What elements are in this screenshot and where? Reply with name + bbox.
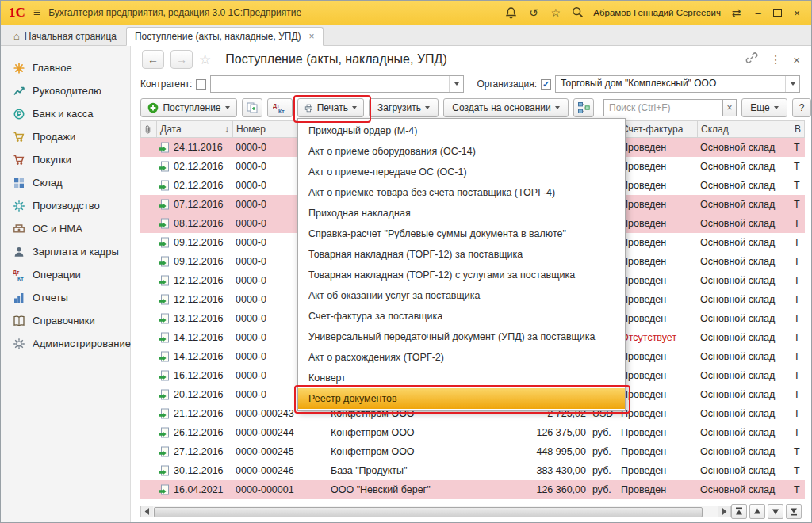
warehouse-cell[interactable]: Основной склад xyxy=(697,484,791,495)
sum-cell[interactable]: 126 360,00 xyxy=(518,484,589,495)
date-cell[interactable]: 16.12.2016 xyxy=(156,370,232,381)
operation-type-cell[interactable]: Т xyxy=(791,199,805,210)
table-row[interactable]: 16.04.20210000-000001ООО "Невский берег"… xyxy=(140,480,805,499)
invoice-cell[interactable]: Проведен xyxy=(618,199,697,210)
related-documents-button[interactable] xyxy=(573,98,594,117)
operation-type-cell[interactable]: Т xyxy=(791,256,805,267)
currency-cell[interactable]: руб. xyxy=(589,465,618,476)
currency-cell[interactable]: руб. xyxy=(589,446,618,457)
operation-type-cell[interactable]: Т xyxy=(791,218,805,229)
date-cell[interactable]: 14.12.2016 xyxy=(156,351,232,362)
search-icon[interactable] xyxy=(571,6,584,20)
go-down-button[interactable] xyxy=(768,504,783,519)
operation-type-cell[interactable]: Т xyxy=(791,389,805,400)
sidebar-item-glavnoe[interactable]: Главное xyxy=(1,56,130,79)
new-receipt-button[interactable]: Поступление xyxy=(140,98,237,117)
counterparty-cell[interactable]: Конфетпром ООО xyxy=(327,446,518,457)
invoice-cell[interactable]: Отсутствует xyxy=(618,332,697,343)
organization-dropdown-icon[interactable] xyxy=(785,76,799,92)
operation-type-cell[interactable]: Т xyxy=(791,484,805,495)
go-up-button[interactable] xyxy=(749,504,765,519)
sidebar-item-bank-i-kassa[interactable]: Банк и касса xyxy=(1,102,130,125)
counterparty-cell[interactable]: ООО "Невский берег" xyxy=(327,484,518,495)
table-row[interactable]: 30.12.20160000-000246База "Продукты"383 … xyxy=(140,461,805,480)
currency-cell[interactable]: руб. xyxy=(589,484,618,495)
back-button[interactable]: ← xyxy=(142,50,164,69)
print-menu-item[interactable]: Приходная накладная xyxy=(298,203,625,223)
warehouse-cell[interactable]: Основной склад xyxy=(697,313,791,324)
operation-type-cell[interactable]: Т xyxy=(791,370,805,381)
invoice-cell[interactable]: Проведен xyxy=(618,256,697,267)
invoice-cell[interactable]: Проведен xyxy=(618,275,697,286)
operation-type-cell[interactable]: Т xyxy=(791,294,805,305)
tab-close-icon[interactable]: × xyxy=(309,31,315,42)
print-menu-item[interactable]: Реестр документов xyxy=(298,388,625,409)
table-row[interactable]: 27.12.20160000-000245Конфетпром ООО448 9… xyxy=(140,442,805,461)
operation-type-cell[interactable]: Т xyxy=(791,161,805,172)
invoice-cell[interactable]: Проведен xyxy=(618,370,697,381)
date-cell[interactable]: 16.04.2021 xyxy=(156,484,232,495)
date-cell[interactable]: 24.11.2016 xyxy=(156,142,232,153)
operation-type-cell[interactable]: Т xyxy=(791,180,805,191)
operation-type-cell[interactable]: Т xyxy=(791,465,805,476)
sidebar-item-os-i-nma[interactable]: ОС и НМА xyxy=(1,217,130,240)
warehouse-cell[interactable]: Основной склад xyxy=(697,427,791,438)
sidebar-item-prodazhi[interactable]: Продажи xyxy=(1,125,130,148)
date-cell[interactable]: 07.12.2016 xyxy=(156,199,232,210)
warehouse-cell[interactable]: Основной склад xyxy=(697,446,791,457)
operation-type-cell[interactable]: Т xyxy=(791,142,805,153)
invoice-cell[interactable]: Проведен xyxy=(618,294,697,305)
favorites-star-icon[interactable]: ☆ xyxy=(549,6,562,20)
search-clear-icon[interactable]: × xyxy=(722,99,737,116)
go-to-last-button[interactable] xyxy=(786,504,802,519)
user-name[interactable]: Абрамов Геннадий Сергеевич xyxy=(593,8,721,17)
sidebar-item-proizvodstvo[interactable]: Производство xyxy=(1,194,130,217)
close-window-button[interactable]: × xyxy=(791,7,803,19)
date-column-header[interactable]: Дата ↓ xyxy=(157,121,233,137)
warehouse-cell[interactable]: Основной склад xyxy=(697,389,791,400)
sidebar-item-zarplata-i-kadry[interactable]: Зарплата и кадры xyxy=(1,240,130,263)
currency-cell[interactable]: руб. xyxy=(589,427,618,438)
sum-cell[interactable]: 126 375,00 xyxy=(518,427,589,438)
print-menu-item[interactable]: Товарная накладная (ТОРГ-12) за поставщи… xyxy=(298,244,625,265)
operation-type-cell[interactable]: Т xyxy=(791,313,805,324)
number-cell[interactable]: 0000-000245 xyxy=(232,446,327,457)
date-cell[interactable]: 27.12.2016 xyxy=(156,446,232,457)
counterparty-checkbox[interactable] xyxy=(196,79,206,90)
user-switch-icon[interactable]: ⇄ xyxy=(730,6,743,20)
print-menu-item[interactable]: Акт о приеме оборудования (ОС-14) xyxy=(298,141,625,162)
show-postings-button[interactable]: ДтКт xyxy=(267,98,293,117)
warehouse-column-header[interactable]: Склад xyxy=(698,121,791,137)
scroll-right-icon[interactable] xyxy=(718,506,730,517)
counterparty-cell[interactable]: Конфетпром ООО xyxy=(327,427,518,438)
favorite-star-icon[interactable]: ☆ xyxy=(199,52,211,68)
date-cell[interactable]: 09.12.2016 xyxy=(156,237,232,248)
print-button[interactable]: Печать xyxy=(297,98,364,117)
help-button[interactable]: ? xyxy=(792,98,811,117)
forward-button[interactable]: → xyxy=(170,50,193,69)
invoice-cell[interactable]: Проведен xyxy=(618,446,697,457)
operation-type-cell[interactable]: Т xyxy=(791,351,805,362)
operation-column-header[interactable]: В xyxy=(791,121,806,137)
invoice-cell[interactable]: Проведен xyxy=(618,408,697,419)
print-menu-item[interactable]: Конверт xyxy=(298,368,625,388)
scrollbar-track[interactable] xyxy=(153,506,718,517)
link-icon[interactable] xyxy=(745,52,758,67)
warehouse-cell[interactable]: Основной склад xyxy=(697,465,791,476)
load-button[interactable]: Загрузить xyxy=(369,98,439,117)
invoice-column-header[interactable]: Счет-фактура xyxy=(619,121,698,137)
warehouse-cell[interactable]: Основной склад xyxy=(697,370,791,381)
sidebar-item-sklad[interactable]: Склад xyxy=(1,171,130,194)
maximize-button[interactable] xyxy=(773,9,782,17)
print-menu-item[interactable]: Справка-расчет "Рублевые суммы документа… xyxy=(298,223,625,244)
invoice-cell[interactable]: Проведен xyxy=(618,142,697,153)
go-to-first-button[interactable] xyxy=(731,504,747,519)
date-cell[interactable]: 20.12.2016 xyxy=(156,389,232,400)
print-menu-item[interactable]: Акт о приемке товара без счета поставщик… xyxy=(298,182,625,203)
warehouse-cell[interactable]: Основной склад xyxy=(697,199,791,210)
invoice-cell[interactable]: Проведен xyxy=(618,465,697,476)
minimize-button[interactable]: – xyxy=(752,7,764,19)
invoice-cell[interactable]: Проведен xyxy=(618,237,697,248)
print-menu-item[interactable]: Товарная накладная (ТОРГ-12) с услугами … xyxy=(298,265,625,285)
sidebar-item-administrirovanie[interactable]: Администрирование xyxy=(1,332,130,355)
